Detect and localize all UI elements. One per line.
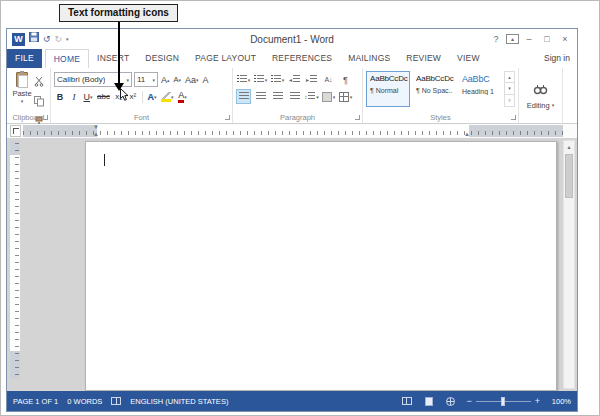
qat-customize-icon[interactable]: ▾	[66, 33, 69, 46]
style-name: Heading 1	[462, 88, 498, 95]
shading-icon[interactable]: ▾	[321, 89, 336, 104]
tab-mailings[interactable]: MAILINGS	[340, 49, 398, 68]
paste-dropdown-icon[interactable]: ▾	[21, 98, 24, 104]
borders-dropdown-icon: ▾	[350, 94, 353, 100]
font-size-dropdown-icon[interactable]: ▾	[150, 77, 155, 83]
numbering-icon[interactable]: ▾	[253, 72, 268, 87]
font-dialog-launcher-icon[interactable]	[225, 115, 230, 120]
scrollbar-thumb[interactable]	[565, 154, 573, 198]
help-icon[interactable]: ?	[488, 31, 504, 47]
print-layout-icon[interactable]	[422, 396, 435, 407]
ribbon-display-options-icon[interactable]: ▴	[506, 34, 519, 44]
styles-scroll-up-icon[interactable]: ▴	[504, 71, 515, 83]
paste-button[interactable]: Paste ▾	[10, 71, 34, 110]
underline-button[interactable]: U▾	[82, 89, 94, 104]
redo-icon[interactable]: ↻	[55, 33, 63, 46]
zoom-out-icon[interactable]: −	[466, 397, 471, 406]
styles-more-icon[interactable]: ▿	[504, 95, 515, 107]
strikethrough-button[interactable]: abc	[96, 89, 111, 104]
style-card-normal[interactable]: AaBbCcDc ¶ Normal	[366, 71, 410, 107]
tab-design[interactable]: DESIGN	[137, 49, 187, 68]
paragraph-group: ▾ ▾ ▾ ◂ ▸ A↓ ¶ ↕▾ ▾ ▾ Paragraph	[233, 68, 363, 123]
save-icon[interactable]	[29, 32, 39, 46]
increase-indent-icon[interactable]: ▸	[304, 72, 319, 87]
cut-icon[interactable]	[34, 73, 44, 91]
tab-page-layout[interactable]: PAGE LAYOUT	[187, 49, 264, 68]
font-size-value: 11	[137, 75, 145, 84]
font-name-dropdown-icon[interactable]: ▾	[124, 77, 129, 83]
clipboard-dialog-launcher-icon[interactable]	[43, 115, 48, 120]
language-indicator[interactable]: ENGLISH (UNITED STATES)	[130, 397, 228, 406]
read-mode-icon[interactable]	[400, 396, 413, 407]
decrease-indent-icon[interactable]: ◂	[287, 72, 302, 87]
styles-scroll-down-icon[interactable]: ▾	[504, 83, 515, 95]
paragraph-dialog-launcher-icon[interactable]	[355, 115, 360, 120]
first-line-indent-marker[interactable]: ▼	[93, 124, 99, 130]
undo-icon[interactable]: ↺	[43, 33, 51, 46]
hanging-indent-marker[interactable]: ▲	[93, 131, 99, 137]
line-spacing-dropdown-icon: ▾	[316, 94, 319, 100]
sort-glyph: A↓	[324, 76, 332, 83]
align-center-icon[interactable]	[253, 89, 268, 104]
change-case-button[interactable]: Aa▾	[184, 74, 200, 86]
text-highlight-dropdown-icon: ▾	[171, 94, 174, 100]
word-count[interactable]: 0 WORDS	[67, 397, 102, 406]
proofing-icon[interactable]	[111, 397, 121, 405]
line-spacing-icon[interactable]: ↕▾	[304, 89, 319, 104]
tab-view[interactable]: VIEW	[449, 49, 488, 68]
close-icon[interactable]: ×	[557, 31, 573, 47]
tab-review[interactable]: REVIEW	[398, 49, 449, 68]
scroll-up-icon[interactable]: ▴	[564, 141, 574, 153]
borders-icon[interactable]: ▾	[338, 89, 353, 104]
zoom-slider-thumb[interactable]	[501, 397, 505, 406]
text-effects-button[interactable]: A▾	[146, 89, 158, 104]
styles-dialog-launcher-icon[interactable]	[511, 115, 516, 120]
tab-selector-button[interactable]	[10, 125, 21, 137]
tab-references[interactable]: REFERENCES	[264, 49, 340, 68]
text-highlight-icon	[161, 92, 171, 102]
style-card-no-spacing[interactable]: AaBbCcDc ¶ No Spac...	[412, 71, 456, 107]
grow-font-button[interactable]: A▴	[160, 74, 171, 86]
web-layout-icon[interactable]	[444, 396, 457, 407]
page-indicator[interactable]: PAGE 1 OF 1	[13, 397, 58, 406]
tab-file[interactable]: FILE	[7, 49, 42, 68]
copy-icon[interactable]	[34, 93, 44, 111]
tab-home[interactable]: HOME	[45, 49, 89, 68]
sign-in-link[interactable]: Sign in	[537, 49, 577, 68]
right-indent-marker[interactable]: ▲	[464, 131, 470, 137]
zoom-controls: − +	[466, 397, 540, 406]
font-size-combobox[interactable]: 11 ▾	[134, 72, 158, 87]
multilevel-list-icon[interactable]: ▾	[270, 72, 285, 87]
vertical-ruler[interactable]	[10, 141, 20, 379]
horizontal-ruler[interactable]: ▼ ▲ ▲	[23, 125, 563, 137]
tab-insert[interactable]: INSERT	[89, 49, 137, 68]
paragraph-group-label: Paragraph	[233, 113, 362, 122]
document-page[interactable]	[85, 141, 557, 391]
paragraph-row-2: ↕▾ ▾ ▾	[236, 88, 359, 105]
align-right-icon[interactable]	[270, 89, 285, 104]
ruler-text-area	[97, 125, 469, 137]
text-highlight-button[interactable]: ▾	[160, 89, 175, 104]
style-card-heading1[interactable]: AaBbC Heading 1	[458, 71, 501, 107]
italic-button[interactable]: I	[68, 89, 80, 104]
zoom-slider[interactable]	[476, 401, 531, 402]
font-color-button[interactable]: A▾	[176, 89, 188, 104]
zoom-level[interactable]: 100%	[549, 397, 571, 406]
mouse-cursor-icon	[120, 87, 129, 105]
editing-group[interactable]: Editing▾	[519, 68, 563, 123]
zoom-in-icon[interactable]: +	[535, 397, 540, 406]
justify-icon[interactable]	[287, 89, 302, 104]
bold-button[interactable]: B	[54, 89, 66, 104]
word-logo-icon[interactable]: W	[12, 33, 25, 46]
shrink-font-button[interactable]: A▾	[173, 74, 183, 86]
clear-formatting-button[interactable]: A	[202, 74, 210, 86]
minimize-icon[interactable]: –	[521, 31, 537, 47]
vertical-scrollbar[interactable]: ▴	[563, 140, 575, 389]
bullets-icon[interactable]: ▾	[236, 72, 251, 87]
align-left-icon[interactable]	[236, 89, 251, 104]
underline-dropdown-icon: ▾	[90, 94, 93, 100]
font-row-2: B I U▾ abc x₂ x² A▾ ▾ A▾	[54, 88, 229, 105]
show-hide-pilcrow-icon[interactable]: ¶	[338, 72, 353, 87]
sort-icon[interactable]: A↓	[321, 72, 336, 87]
maximize-icon[interactable]: □	[539, 31, 555, 47]
